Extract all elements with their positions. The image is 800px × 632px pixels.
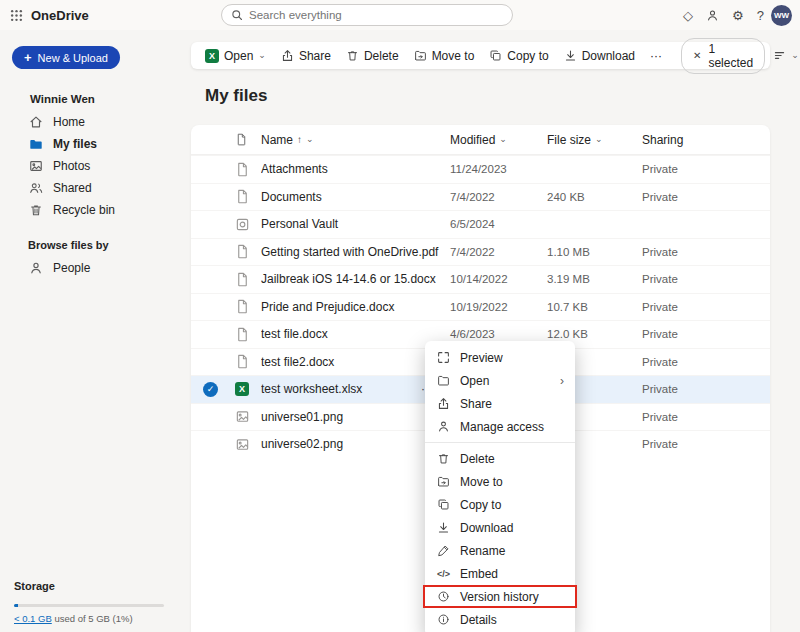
excel-icon: X — [205, 49, 219, 63]
column-header-sharing[interactable]: Sharing — [642, 133, 760, 147]
download-button[interactable]: Download — [557, 45, 642, 67]
menu-item-embed[interactable]: </> Embed — [425, 562, 575, 585]
pencil-icon — [436, 544, 451, 557]
sidebar-item-photos[interactable]: Photos — [0, 155, 185, 177]
file-name: test file2.docx — [261, 355, 450, 369]
file-size: 10.7 KB — [547, 301, 642, 313]
menu-item-label: Move to — [460, 475, 503, 489]
menu-item-move-to[interactable]: Move to — [425, 470, 575, 493]
selection-count-pill[interactable]: ✕ 1 selected — [681, 38, 765, 74]
new-upload-button[interactable]: + New & Upload — [12, 46, 120, 69]
menu-item-copy-to[interactable]: Copy to — [425, 493, 575, 516]
menu-item-rename[interactable]: Rename — [425, 539, 575, 562]
file-size: 3.19 MB — [547, 273, 642, 285]
table-row[interactable]: Documents 7/4/2022 240 KB Private — [191, 183, 770, 211]
image-file-icon — [235, 409, 261, 424]
move-to-button[interactable]: Move to — [407, 45, 482, 67]
table-row[interactable]: Jailbreak iOS 14-14.6 or 15.docx 10/14/2… — [191, 265, 770, 293]
folder-arrow-icon — [414, 49, 427, 62]
sidebar-item-people[interactable]: People — [0, 257, 185, 279]
avatar[interactable]: WW — [771, 5, 792, 26]
code-icon: </> — [436, 569, 451, 579]
command-toolbar: X Open ⌄ Share Delete Move to — [191, 42, 770, 69]
chevron-right-icon: › — [560, 374, 564, 388]
table-row[interactable]: Pride and Prejudice.docx 10/19/2022 10.7… — [191, 293, 770, 321]
file-sharing: Private — [642, 163, 760, 175]
storage-progress-bar — [14, 604, 164, 607]
file-icon — [235, 189, 261, 204]
menu-item-details[interactable]: Details — [425, 608, 575, 631]
delete-button[interactable]: Delete — [339, 45, 406, 67]
column-header-file-size[interactable]: File size ⌄ — [547, 133, 642, 147]
file-name: test file.docx — [261, 327, 450, 341]
sidebar-item-home[interactable]: Home — [0, 111, 185, 133]
file-sharing: Private — [642, 246, 760, 258]
column-header-modified[interactable]: Modified ⌄ — [450, 133, 547, 147]
help-icon[interactable]: ? — [757, 8, 764, 23]
menu-item-download[interactable]: Download — [425, 516, 575, 539]
table-row[interactable]: Getting started with OneDrive.pdf 7/4/20… — [191, 238, 770, 266]
open-label: Open — [224, 49, 253, 63]
column-header-name[interactable]: Name ↑ ⌄ — [261, 133, 450, 147]
table-row[interactable]: Personal Vault 6/5/2024 — [191, 210, 770, 238]
selected-check-icon[interactable]: ✓ — [203, 382, 218, 397]
menu-item-version-history[interactable]: Version history — [423, 585, 577, 608]
copy-icon — [436, 498, 451, 511]
topbar-actions: ◇ ⚙ ? — [683, 0, 764, 30]
menu-item-manage-access[interactable]: Manage access — [425, 415, 575, 438]
file-type-column-icon[interactable] — [235, 133, 261, 146]
image-file-icon — [235, 437, 261, 452]
file-sharing: Private — [642, 328, 760, 340]
app-launcher-icon[interactable] — [10, 9, 23, 22]
word-file-icon — [235, 272, 261, 287]
info-icon — [436, 613, 451, 626]
storage-progress-fill — [14, 604, 18, 607]
chevron-down-icon: ⌄ — [499, 135, 507, 144]
copy-to-button[interactable]: Copy to — [482, 45, 555, 67]
file-size: 240 KB — [547, 191, 642, 203]
storage-usage-link[interactable]: < 0.1 GB — [14, 613, 52, 624]
search-input[interactable] — [249, 9, 503, 21]
file-sharing: Private — [642, 438, 760, 450]
sort-button[interactable]: ⌄ — [766, 45, 800, 66]
file-name: Getting started with OneDrive.pdf — [261, 245, 450, 259]
browse-files-by-header: Browse files by — [28, 239, 185, 251]
share-button[interactable]: Share — [274, 45, 338, 67]
sidebar-item-label: People — [53, 261, 90, 275]
photos-icon — [28, 159, 43, 173]
sort-lines-icon — [773, 49, 786, 62]
history-icon — [436, 590, 451, 603]
sidebar-item-recycle-bin[interactable]: Recycle bin — [0, 199, 185, 221]
file-modified: 4/6/2023 — [450, 328, 547, 340]
sidebar-item-label: Photos — [53, 159, 90, 173]
menu-item-delete[interactable]: Delete — [425, 447, 575, 470]
menu-item-open[interactable]: Open › — [425, 369, 575, 392]
file-size: 1.10 MB — [547, 246, 642, 258]
close-icon[interactable]: ✕ — [693, 50, 701, 61]
sort-ascending-icon: ↑ — [297, 134, 302, 145]
sidebar-item-shared[interactable]: Shared — [0, 177, 185, 199]
word-file-icon — [235, 327, 261, 342]
settings-gear-icon[interactable]: ⚙ — [732, 8, 744, 23]
person-icon — [436, 420, 451, 433]
share-icon — [436, 397, 451, 410]
copy-icon — [489, 49, 502, 62]
open-button[interactable]: X Open ⌄ — [198, 45, 273, 67]
file-modified: 7/4/2022 — [450, 191, 547, 203]
feedback-icon[interactable] — [706, 9, 719, 22]
premium-diamond-icon[interactable]: ◇ — [683, 8, 693, 23]
sidebar-item-my-files[interactable]: My files — [0, 133, 185, 155]
excel-file-icon: X — [235, 382, 261, 396]
menu-item-share[interactable]: Share — [425, 392, 575, 415]
file-modified: 7/4/2022 — [450, 246, 547, 258]
file-sharing: Private — [642, 383, 760, 395]
menu-item-label: Preview — [460, 351, 503, 365]
trash-icon — [346, 49, 359, 62]
table-header: Name ↑ ⌄ Modified ⌄ File size ⌄ Sharing — [191, 125, 770, 155]
menu-item-label: Manage access — [460, 420, 544, 434]
menu-item-preview[interactable]: Preview — [425, 346, 575, 369]
more-commands-button[interactable]: ··· — [643, 45, 669, 67]
selection-count-label: 1 selected — [708, 42, 753, 70]
search-box[interactable] — [221, 4, 513, 26]
table-row[interactable]: Attachments 11/24/2023 Private — [191, 155, 770, 183]
